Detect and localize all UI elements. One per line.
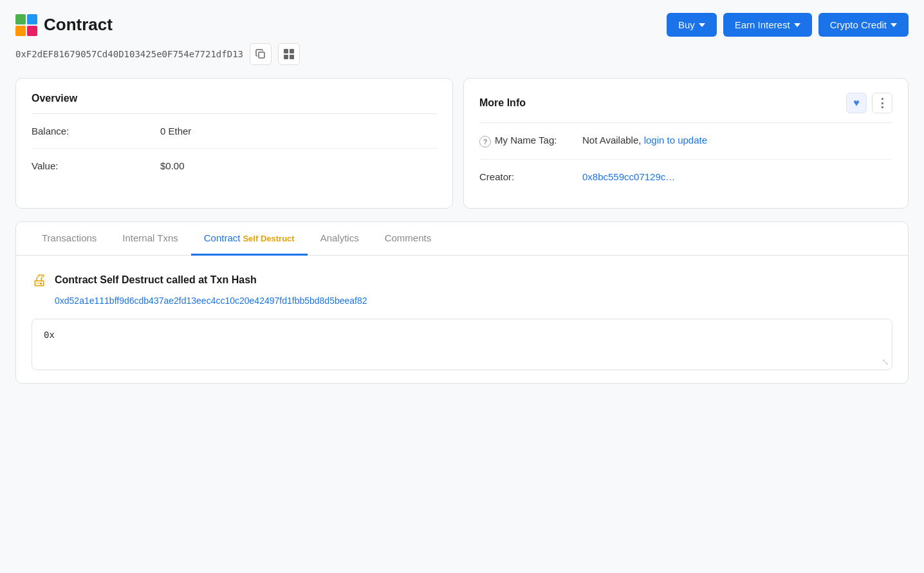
ellipsis-icon: ⋮ [876, 96, 889, 110]
login-to-update-link[interactable]: login to update [644, 135, 707, 146]
page-title: Contract [44, 15, 113, 35]
copy-address-button[interactable] [250, 43, 272, 65]
self-destruct-badge: Self Destruct [243, 234, 294, 243]
tab-internal-txns[interactable]: Internal Txns [109, 222, 190, 256]
copy-icon [255, 49, 266, 59]
name-tag-value: Not Available, login to update [582, 135, 707, 146]
balance-label: Balance: [32, 126, 160, 136]
tab-comments[interactable]: Comments [372, 222, 445, 256]
buy-button[interactable]: Buy [667, 13, 717, 37]
code-value: 0x [44, 330, 55, 340]
resize-handle[interactable]: ⤡ [882, 357, 889, 367]
name-tag-row: ? My Name Tag: Not Available, login to u… [479, 123, 892, 160]
more-info-title: More Info ♥ ⋮ [479, 93, 892, 123]
card-actions: ♥ ⋮ [846, 93, 892, 113]
earn-interest-button[interactable]: Earn Interest [723, 13, 812, 37]
value-value: $0.00 [160, 160, 185, 171]
destruct-title: Contract Self Destruct called at Txn Has… [55, 274, 257, 286]
balance-row: Balance: 0 Ether [32, 114, 437, 149]
qr-code-button[interactable] [278, 43, 300, 65]
tab-analytics[interactable]: Analytics [308, 222, 372, 256]
chevron-down-icon [794, 23, 800, 27]
creator-link[interactable]: 0x8bc559cc07129c… [582, 171, 675, 182]
destruct-header: 🖨 Contract Self Destruct called at Txn H… [32, 271, 892, 289]
address-row: 0xF2dEF81679057Cd40D103425e0F754e7721dfD… [15, 43, 909, 65]
favorite-button[interactable]: ♥ [846, 93, 867, 113]
tabs-section: Transactions Internal Txns ContractSelf … [15, 221, 909, 384]
balance-value: 0 Ether [160, 126, 191, 136]
app-icon [15, 14, 37, 36]
creator-label: Creator: [479, 171, 569, 182]
tab-contract[interactable]: ContractSelf Destruct [191, 222, 308, 256]
value-row: Value: $0.00 [32, 149, 437, 183]
code-box: 0x ⤡ [32, 319, 892, 370]
svg-rect-0 [259, 52, 264, 58]
page-header: Contract Buy Earn Interest Crypto Credit [15, 13, 909, 37]
title-area: Contract [15, 14, 113, 36]
overview-title: Overview [32, 93, 437, 114]
destruct-hash-link[interactable]: 0xd52a1e111bff9d6cdb437ae2fd13eec4cc10c2… [55, 296, 892, 306]
cards-row: Overview Balance: 0 Ether Value: $0.00 M… [15, 78, 909, 209]
header-buttons: Buy Earn Interest Crypto Credit [667, 13, 909, 37]
chevron-down-icon [699, 23, 705, 27]
tab-content: 🖨 Contract Self Destruct called at Txn H… [16, 256, 908, 383]
tabs-bar: Transactions Internal Txns ContractSelf … [16, 222, 908, 256]
crypto-credit-button[interactable]: Crypto Credit [818, 13, 909, 37]
value-label: Value: [32, 160, 160, 171]
more-info-card: More Info ♥ ⋮ ? My Name Tag: Not Availab… [463, 78, 909, 209]
creator-value: 0x8bc559cc07129c… [582, 171, 675, 182]
contract-address: 0xF2dEF81679057Cd40D103425e0F754e7721dfD… [15, 49, 243, 59]
help-icon: ? [479, 136, 491, 147]
more-options-button[interactable]: ⋮ [872, 93, 892, 113]
name-tag-label: ? My Name Tag: [479, 135, 569, 147]
chevron-down-icon [891, 23, 897, 27]
grid-icon [284, 49, 294, 59]
overview-card: Overview Balance: 0 Ether Value: $0.00 [15, 78, 453, 209]
heart-icon: ♥ [853, 97, 860, 109]
destruct-icon: 🖨 [32, 271, 47, 289]
tab-transactions[interactable]: Transactions [29, 222, 109, 256]
creator-row: Creator: 0x8bc559cc07129c… [479, 160, 892, 194]
